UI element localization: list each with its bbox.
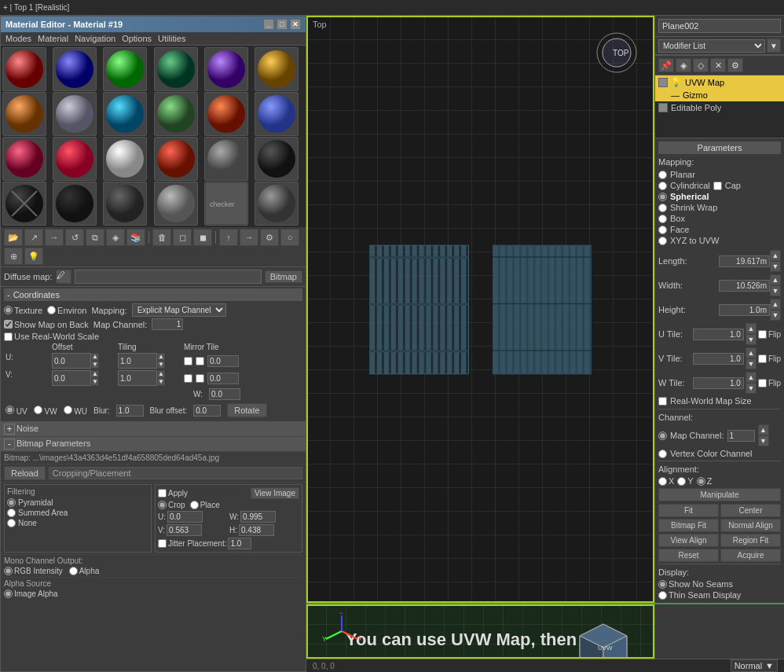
center-btn[interactable]: Center [720, 504, 781, 517]
color-dropper[interactable]: 🖊 [56, 270, 71, 284]
menu-options[interactable]: Options [122, 34, 152, 43]
w-tile-down[interactable]: ▼ [746, 383, 757, 394]
channel-up[interactable]: ▲ [758, 424, 769, 435]
show-map-checkbox[interactable] [4, 320, 13, 329]
u-tiling-input[interactable] [118, 353, 157, 369]
manipulate-btn[interactable]: Manipulate [658, 488, 781, 501]
length-down[interactable]: ▼ [770, 261, 781, 272]
close-button[interactable]: ✕ [290, 19, 301, 30]
u-tile-input[interactable] [693, 329, 744, 340]
go-forward-btn[interactable]: → [240, 229, 258, 246]
z-align-radio[interactable] [697, 477, 705, 486]
sphere-cell-22[interactable] [154, 182, 198, 226]
length-input[interactable] [719, 255, 770, 267]
sphere-cell-7[interactable] [2, 92, 46, 136]
v-tile-input[interactable] [693, 353, 744, 365]
make-unique-mod-btn[interactable]: ◇ [693, 58, 709, 72]
crop-w-input[interactable] [240, 511, 276, 523]
epoly-checkbox[interactable] [658, 103, 668, 112]
crop-v-input[interactable] [167, 524, 202, 536]
crop-radio[interactable] [158, 501, 167, 509]
v-tile-down[interactable]: ▼ [746, 358, 757, 369]
wu-radio[interactable] [64, 406, 72, 414]
summed-area-radio[interactable] [7, 509, 16, 517]
sphere-cell-2[interactable] [53, 47, 97, 91]
sphere-cell-13[interactable] [2, 137, 46, 181]
noise-section-header[interactable]: + Noise [1, 422, 306, 437]
texture-radio[interactable] [4, 306, 13, 314]
menu-material[interactable]: Material [38, 34, 68, 43]
shrink-wrap-option[interactable]: Shrink Wrap [658, 203, 781, 212]
u-tile-down[interactable]: ▼ [746, 334, 757, 345]
configure-btn[interactable]: ⚙ [727, 58, 743, 72]
width-down[interactable]: ▼ [770, 285, 781, 296]
normal-align-btn[interactable]: Normal Align [720, 519, 781, 532]
nav-gizmo[interactable]: TOP [595, 31, 639, 75]
x-align-radio[interactable] [658, 477, 667, 486]
sphere-cell-18[interactable] [255, 137, 299, 181]
sphere-cell-14[interactable] [53, 137, 97, 181]
v-offset-up[interactable]: ▲ [91, 370, 99, 378]
image-alpha-radio[interactable] [4, 589, 13, 598]
get-material-btn[interactable]: 📂 [4, 229, 23, 246]
vertex-color-radio[interactable] [658, 450, 667, 458]
v-offset-input[interactable] [52, 370, 91, 386]
spherical-radio[interactable] [658, 193, 667, 201]
sphere-cell-10[interactable] [154, 92, 198, 136]
face-radio[interactable] [658, 226, 667, 234]
delete-btn[interactable]: 🗑 [152, 229, 171, 246]
v-mirror-cb[interactable] [184, 374, 192, 383]
width-input[interactable] [719, 280, 770, 292]
planar-option[interactable]: Planar [658, 170, 781, 179]
minimize-button[interactable]: _ [263, 19, 274, 30]
modifier-list-select[interactable]: Modifier List [658, 39, 765, 53]
view-align-btn[interactable]: View Align [658, 534, 719, 547]
v-tiling-input[interactable] [118, 370, 157, 386]
parameters-header[interactable]: Parameters [658, 141, 781, 154]
options-btn[interactable]: ⚙ [260, 229, 279, 246]
sphere-cell-16[interactable] [154, 137, 198, 181]
sphere-cell-6[interactable] [255, 47, 299, 91]
bitmap-button[interactable]: Bitmap [265, 270, 302, 283]
u-tile-cb[interactable] [196, 357, 204, 365]
mapping-channel-select[interactable]: Explicit Map Channel [132, 303, 226, 317]
select-btn[interactable]: ⊕ [4, 248, 23, 265]
modifier-gizmo[interactable]: — Gizmo [655, 89, 784, 101]
v-tile-up[interactable]: ▲ [746, 347, 757, 358]
show-map-btn[interactable]: ◻ [173, 229, 192, 246]
menu-navigation[interactable]: Navigation [75, 34, 115, 43]
u-offset-down[interactable]: ▼ [91, 361, 99, 369]
pin-stack-btn[interactable]: 📌 [658, 58, 674, 72]
sphere-cell-5[interactable] [204, 47, 248, 91]
sphere-cell-3[interactable] [103, 47, 147, 91]
sphere-cell-11[interactable] [204, 92, 248, 136]
v-tile-cb[interactable] [196, 374, 204, 383]
u-flip-checkbox[interactable] [758, 330, 767, 339]
sphere-cell-21[interactable] [103, 182, 147, 226]
modifier-editable-poly[interactable]: Editable Poly [655, 101, 784, 114]
u-offset-input[interactable] [52, 353, 91, 369]
fit-btn[interactable]: Fit [658, 504, 719, 517]
reload-button[interactable]: Reload [4, 466, 46, 480]
coordinates-header[interactable]: - Coordinates [4, 288, 302, 301]
map-channel-input[interactable] [152, 318, 183, 330]
menu-utilities[interactable]: Utilities [158, 34, 185, 43]
sphere-view-btn[interactable]: ○ [280, 229, 299, 246]
u-mirror-cb[interactable] [184, 357, 192, 365]
remove-modifier-btn[interactable]: ✕ [710, 58, 726, 72]
apply-checkbox[interactable] [158, 489, 167, 498]
u-tile-up[interactable]: ▲ [746, 323, 757, 334]
u-tiling-down[interactable]: ▼ [157, 361, 165, 369]
width-up[interactable]: ▲ [770, 274, 781, 285]
rotate-button[interactable]: Rotate [227, 403, 266, 417]
sphere-cell-15[interactable] [103, 137, 147, 181]
length-up[interactable]: ▲ [770, 250, 781, 261]
unique-btn[interactable]: ◈ [106, 229, 125, 246]
none-filter-radio[interactable] [7, 519, 16, 527]
u-offset-up[interactable]: ▲ [91, 353, 99, 361]
sphere-cell-8[interactable] [53, 92, 97, 136]
show-no-seams-radio[interactable] [658, 580, 667, 589]
channel-down[interactable]: ▼ [758, 435, 769, 446]
normal-dropdown[interactable]: Normal ▼ [731, 659, 778, 672]
shrink-wrap-radio[interactable] [658, 204, 667, 212]
